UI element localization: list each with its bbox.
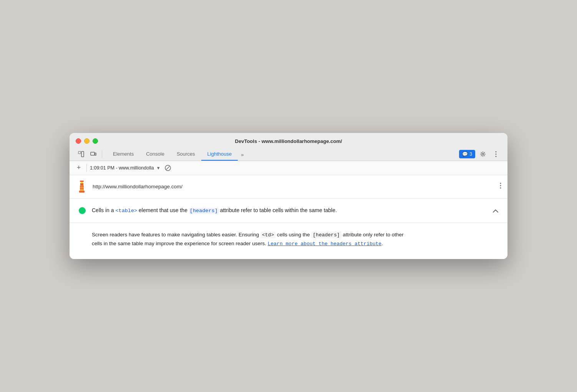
add-recording-button[interactable]: + [74, 163, 83, 173]
audit-headers-attr: [headers] [189, 208, 219, 214]
svg-point-5 [496, 151, 497, 153]
devtools-window: DevTools - www.milliondollarhomepage.com… [70, 133, 507, 259]
notifications-icon: 💬 [462, 151, 468, 157]
url-dropdown-icon[interactable]: ▼ [156, 166, 161, 170]
audit-text: Cells in a <table> element that use the … [92, 206, 487, 215]
title-bar: DevTools - www.milliondollarhomepage.com… [70, 133, 507, 161]
svg-rect-11 [80, 185, 84, 191]
content-area: http://www.milliondollarhomepage.com/ Ce… [70, 175, 507, 259]
svg-rect-12 [80, 186, 84, 187]
timestamp-url: 1:09:01 PM - www.milliondolla [90, 165, 154, 171]
svg-point-6 [496, 154, 497, 155]
notifications-count: 3 [469, 151, 472, 157]
tab-bar: Elements Console Sources Lighthouse » [107, 148, 459, 161]
toolbar-divider [102, 150, 102, 158]
window-title: DevTools - www.milliondollarhomepage.com… [235, 138, 342, 144]
toolbar: Elements Console Sources Lighthouse » 💬 … [76, 148, 501, 161]
audit-title-middle: element that use the [137, 207, 189, 213]
svg-point-18 [500, 185, 501, 186]
audit-title: Cells in a <table> element that use the … [92, 207, 337, 213]
tab-lighthouse[interactable]: Lighthouse [201, 148, 238, 161]
svg-rect-0 [78, 151, 81, 154]
svg-rect-3 [95, 153, 96, 155]
tab-elements[interactable]: Elements [107, 148, 140, 161]
audit-pass-dot [79, 207, 86, 214]
inspect-icon[interactable] [76, 149, 86, 159]
clear-button[interactable] [164, 164, 172, 172]
audit-row: http://www.milliondollarhomepage.com/ [70, 175, 507, 199]
audit-more-button[interactable] [500, 183, 501, 191]
svg-rect-2 [91, 152, 95, 155]
tab-sources[interactable]: Sources [171, 148, 201, 161]
lighthouse-logo [76, 181, 88, 193]
fullscreen-button[interactable] [93, 138, 98, 144]
svg-line-9 [166, 166, 169, 169]
audit-title-prefix: Cells in a [92, 207, 115, 213]
audit-title-suffix: attribute refer to table cells within th… [219, 207, 337, 213]
audit-table-tag: <table> [115, 208, 137, 214]
svg-rect-14 [80, 183, 83, 186]
notifications-button[interactable]: 💬 3 [459, 150, 475, 158]
audit-content: Cells in a <table> element that use the … [70, 199, 507, 223]
audit-url-text: http://www.milliondollarhomepage.com/ [93, 184, 495, 189]
desc-code-headers: [headers] [311, 232, 341, 238]
desc-text-2: cells using the [275, 232, 311, 238]
traffic-lights [76, 138, 98, 144]
audit-description-text: Screen readers have features to make nav… [92, 231, 407, 248]
svg-point-19 [500, 188, 501, 189]
desc-text-1: Screen readers have features to make nav… [92, 232, 260, 238]
svg-rect-13 [80, 188, 84, 189]
secondary-divider [86, 164, 87, 172]
svg-rect-1 [81, 151, 84, 157]
settings-button[interactable] [478, 149, 488, 159]
svg-point-17 [500, 183, 501, 184]
desc-code-td: <td> [260, 232, 275, 238]
svg-point-4 [482, 153, 484, 155]
url-area: 1:09:01 PM - www.milliondolla ▼ [90, 165, 161, 171]
lighthouse-svg-icon [76, 180, 88, 194]
device-toggle-icon[interactable] [88, 149, 99, 159]
minimize-button[interactable] [84, 138, 90, 144]
secondary-toolbar: + 1:09:01 PM - www.milliondolla ▼ [70, 161, 507, 175]
svg-rect-16 [80, 181, 84, 182]
desc-period: . [381, 241, 383, 246]
tab-console[interactable]: Console [140, 148, 171, 161]
toolbar-right: 💬 3 [459, 149, 501, 159]
svg-point-7 [496, 156, 497, 157]
more-options-button[interactable] [491, 149, 501, 159]
audit-collapse-button[interactable] [493, 207, 498, 214]
audit-description: Screen readers have features to make nav… [70, 223, 507, 259]
close-button[interactable] [76, 138, 81, 144]
more-tabs-button[interactable]: » [238, 149, 247, 161]
learn-more-link[interactable]: Learn more about the headers attribute [268, 241, 381, 247]
toolbar-left [76, 149, 104, 159]
audit-item: Cells in a <table> element that use the … [79, 206, 498, 215]
